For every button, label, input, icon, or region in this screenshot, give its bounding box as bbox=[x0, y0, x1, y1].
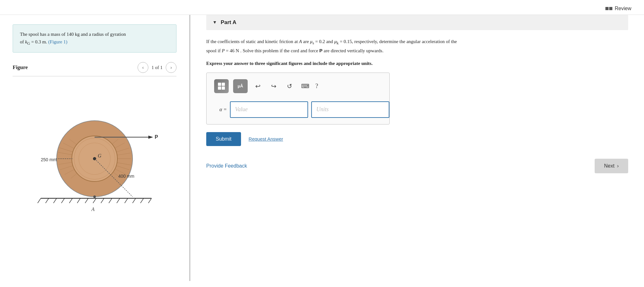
figure-header: Figure ‹ 1 of 1 › bbox=[13, 62, 176, 73]
svg-line-14 bbox=[140, 198, 144, 203]
svg-line-2 bbox=[46, 198, 49, 203]
help-button[interactable]: ? bbox=[315, 82, 318, 90]
left-panel: The spool has a mass of 140 kg and a rad… bbox=[0, 15, 190, 281]
next-arrow-icon: › bbox=[617, 163, 619, 169]
question-icon: ? bbox=[315, 82, 318, 89]
input-row: α = bbox=[214, 101, 382, 118]
right-panel: ▼ Part A If the coefficients of static a… bbox=[190, 15, 644, 281]
figure-divider bbox=[13, 76, 176, 76]
provide-feedback-button[interactable]: Provide Feedback bbox=[206, 163, 247, 169]
svg-line-11 bbox=[117, 198, 120, 203]
figure-link[interactable]: (Figure 1) bbox=[48, 39, 67, 44]
figure-count: 1 of 1 bbox=[152, 65, 163, 70]
svg-marker-32 bbox=[148, 136, 153, 139]
svg-line-5 bbox=[69, 198, 72, 203]
alpha-label: α = bbox=[214, 107, 227, 112]
request-answer-button[interactable]: Request Answer bbox=[249, 136, 283, 142]
instruction-text: Express your answer to three significant… bbox=[206, 61, 466, 66]
symbol-button[interactable]: μÅ bbox=[233, 79, 248, 93]
submit-button[interactable]: Submit bbox=[206, 132, 241, 146]
keyboard-icon: ⌨ bbox=[301, 83, 309, 90]
undo-icon: ↩ bbox=[255, 82, 261, 90]
next-button[interactable]: Next › bbox=[595, 159, 628, 173]
svg-line-15 bbox=[148, 198, 152, 203]
figure-container: G P 250 mm 400 mm A bbox=[13, 83, 176, 222]
action-row: Submit Request Answer bbox=[206, 132, 628, 146]
svg-point-39 bbox=[93, 195, 96, 198]
bottom-bar: Provide Feedback Next › bbox=[206, 159, 628, 173]
svg-line-1 bbox=[38, 198, 41, 203]
part-title: Part A bbox=[221, 19, 236, 26]
mu-icon: μÅ bbox=[238, 84, 243, 88]
figure-title: Figure bbox=[13, 64, 28, 71]
svg-line-6 bbox=[77, 198, 80, 203]
collapse-icon[interactable]: ▼ bbox=[213, 20, 217, 25]
svg-text:400 mm: 400 mm bbox=[118, 174, 134, 179]
review-label: Review bbox=[615, 6, 631, 11]
svg-text:P: P bbox=[155, 134, 158, 140]
grid-icon bbox=[218, 83, 225, 90]
svg-text:G: G bbox=[98, 153, 102, 158]
review-icon bbox=[605, 7, 612, 10]
svg-line-8 bbox=[93, 198, 96, 203]
problem-text-line1: The spool has a mass of 140 kg and a rad… bbox=[20, 32, 126, 37]
main-layout: The spool has a mass of 140 kg and a rad… bbox=[0, 15, 644, 281]
redo-button[interactable]: ↪ bbox=[268, 80, 279, 92]
part-header: ▼ Part A bbox=[206, 15, 628, 30]
review-button[interactable]: Review bbox=[605, 6, 631, 11]
problem-description: If the coefficients of static and kineti… bbox=[206, 38, 466, 55]
toolbar: μÅ ↩ ↪ ↺ ⌨ bbox=[214, 79, 382, 96]
redo-icon: ↪ bbox=[271, 82, 276, 90]
figure-prev-button[interactable]: ‹ bbox=[138, 62, 148, 73]
figure-next-button[interactable]: › bbox=[166, 62, 176, 73]
svg-line-4 bbox=[61, 198, 65, 203]
svg-line-7 bbox=[85, 198, 88, 203]
svg-text:A: A bbox=[91, 207, 95, 212]
top-bar: Review bbox=[0, 0, 644, 15]
undo-button[interactable]: ↩ bbox=[252, 80, 263, 92]
keyboard-button[interactable]: ⌨ bbox=[300, 80, 311, 92]
figure-nav: ‹ 1 of 1 › bbox=[138, 62, 176, 73]
svg-line-13 bbox=[133, 198, 136, 203]
next-label: Next bbox=[604, 163, 615, 169]
svg-text:250 mm: 250 mm bbox=[41, 157, 57, 162]
reset-icon: ↺ bbox=[287, 82, 292, 90]
reset-button[interactable]: ↺ bbox=[284, 80, 295, 92]
svg-line-9 bbox=[101, 198, 104, 203]
units-input[interactable] bbox=[311, 101, 389, 118]
svg-line-10 bbox=[109, 198, 112, 203]
value-input[interactable] bbox=[230, 101, 308, 118]
problem-box: The spool has a mass of 140 kg and a rad… bbox=[13, 24, 176, 53]
matrix-button[interactable] bbox=[214, 79, 229, 93]
figure-svg: G P 250 mm 400 mm A bbox=[22, 86, 167, 219]
problem-text-line2: of kG = 0.3 m. bbox=[20, 39, 48, 44]
answer-container: μÅ ↩ ↪ ↺ ⌨ bbox=[206, 73, 390, 124]
svg-line-3 bbox=[53, 198, 57, 203]
svg-line-12 bbox=[125, 198, 128, 203]
